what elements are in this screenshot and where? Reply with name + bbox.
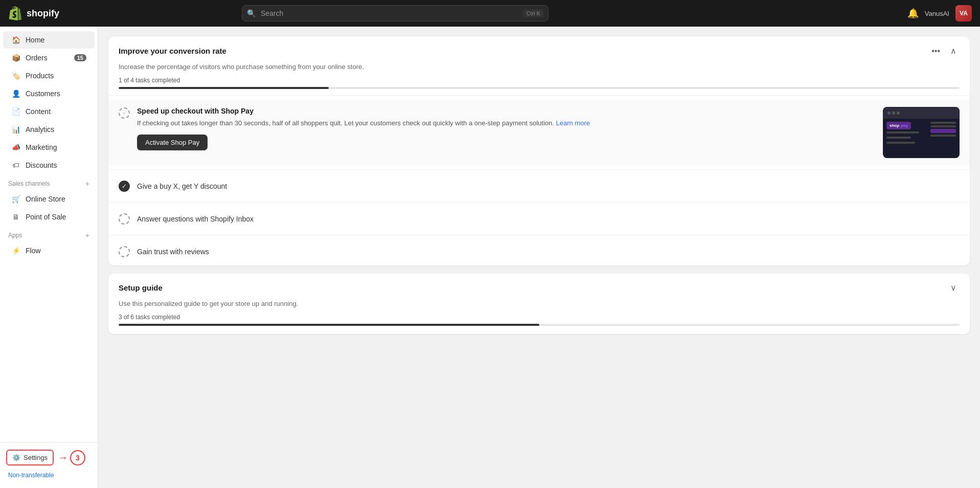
mock-line-2 — [886, 137, 911, 139]
settings-button[interactable]: ⚙️ Settings — [6, 450, 54, 465]
marketing-icon: 📣 — [11, 143, 20, 152]
shoppay-logo-text: shop — [890, 123, 899, 128]
bell-icon[interactable]: 🔔 — [907, 8, 919, 19]
task-shopify-inbox: Answer questions with Shopify Inbox — [108, 207, 970, 231]
shoppay-mock-topbar — [883, 107, 959, 119]
shoppay-illustration: shop pay — [883, 107, 959, 158]
products-icon: 🏷️ — [11, 71, 20, 80]
annotation-arrow: → 3 — [58, 450, 85, 465]
task-shop-pay-content: Speed up checkout with Shop Pay If check… — [137, 107, 876, 150]
activate-shop-pay-button[interactable]: Activate Shop Pay — [137, 135, 208, 150]
card-collapse-button[interactable]: ∧ — [947, 45, 960, 57]
customers-icon: 👤 — [11, 89, 20, 98]
setup-guide-progress-label: 3 of 6 tasks completed — [119, 314, 960, 321]
mock-line-3 — [886, 142, 915, 144]
setup-guide-title: Setup guide — [119, 283, 943, 292]
setup-guide-collapse-button[interactable]: ∨ — [947, 282, 960, 294]
task-buy-x-label: Give a buy X, get Y discount — [137, 182, 227, 190]
sidebar-item-label: Products — [26, 72, 54, 80]
conversion-progress: 1 of 4 tasks completed — [108, 77, 970, 91]
apps-section-label: Apps — [8, 232, 22, 239]
shoppay-left: shop pay — [886, 122, 927, 154]
sidebar-nav: 🏠 Home 📦 Orders 15 🏷️ Products 👤 Custome… — [0, 27, 98, 442]
sidebar-item-analytics[interactable]: 📊 Analytics — [3, 121, 95, 138]
sidebar-item-label: Content — [26, 107, 51, 116]
discounts-icon: 🏷 — [11, 161, 20, 170]
sidebar-item-orders[interactable]: 📦 Orders 15 — [3, 49, 95, 66]
sidebar-item-discounts[interactable]: 🏷 Discounts — [3, 157, 95, 174]
task-shop-pay-description: If checking out takes longer than 30 sec… — [137, 118, 876, 128]
dot-2 — [892, 112, 895, 115]
sidebar-item-label: Marketing — [26, 143, 57, 151]
search-shortcut: Ctrl K — [523, 9, 543, 17]
sidebar-item-flow[interactable]: ⚡ Flow — [3, 242, 95, 259]
home-icon: 🏠 — [11, 35, 20, 45]
conversion-progress-label: 1 of 4 tasks completed — [119, 77, 960, 84]
conversion-progress-track — [119, 87, 960, 89]
username: VanusAI — [925, 10, 949, 17]
topbar: shopify 🔍 Ctrl K 🔔 VanusAI VA — [0, 0, 980, 27]
sidebar-item-label: Orders — [26, 54, 48, 62]
circle-badge-3: 3 — [70, 450, 85, 465]
learn-more-link[interactable]: Learn more — [556, 119, 589, 127]
sidebar: 🏠 Home 📦 Orders 15 🏷️ Products 👤 Custome… — [0, 27, 98, 488]
conversion-card-header: Improve your conversion rate ••• ∧ — [108, 37, 970, 63]
online-store-icon: 🛒 — [11, 194, 20, 204]
setup-guide-progress-track — [119, 324, 960, 326]
sidebar-item-point-of-sale[interactable]: 🖥 Point of Sale — [3, 208, 95, 226]
settings-btn-area: ⚙️ Settings → 3 — [0, 447, 98, 469]
task-trust-label: Gain trust with reviews — [137, 248, 209, 256]
main-content: Improve your conversion rate ••• ∧ Incre… — [98, 27, 980, 488]
task-check-buy-x: ✓ — [119, 181, 130, 192]
layout: 🏠 Home 📦 Orders 15 🏷️ Products 👤 Custome… — [0, 27, 980, 488]
settings-gear-icon: ⚙️ — [12, 454, 20, 461]
sidebar-footer: ⚙️ Settings → 3 Non-transferable — [0, 442, 98, 488]
shoppay-logo: shop pay — [886, 122, 911, 129]
sales-channels-label: Sales channels — [8, 180, 50, 187]
task-pending-indicator: ○ — [123, 110, 125, 116]
sidebar-item-home[interactable]: 🏠 Home — [3, 31, 95, 49]
orders-badge: 15 — [74, 54, 86, 61]
task-check-shop-pay: ○ — [119, 107, 130, 119]
search-input[interactable] — [242, 5, 549, 21]
setup-guide-subtitle: Use this personalized guide to get your … — [108, 300, 970, 314]
conversion-card-title: Improve your conversion rate — [119, 47, 924, 55]
logo-text: shopify — [27, 8, 59, 19]
arrow-right-icon: → — [58, 452, 68, 463]
non-transferable-label[interactable]: Non-transferable — [0, 469, 98, 484]
setup-guide-card: Setup guide ∨ Use this personalized guid… — [108, 274, 970, 334]
card-actions: ••• ∧ — [928, 45, 960, 57]
sidebar-item-label: Flow — [26, 247, 41, 255]
apps-expand-icon: + — [85, 231, 89, 239]
pos-icon: 🖥 — [11, 212, 20, 221]
search-icon: 🔍 — [247, 9, 256, 17]
card-divider-3 — [108, 202, 970, 203]
sidebar-item-label: Online Store — [26, 195, 65, 203]
sidebar-item-products[interactable]: 🏷️ Products — [3, 67, 95, 84]
dot-1 — [887, 112, 891, 115]
sidebar-item-content[interactable]: 📄 Content — [3, 103, 95, 120]
shop-pay-illustration: shop pay — [883, 107, 960, 158]
settings-label: Settings — [24, 454, 48, 461]
shoppay-right — [930, 122, 956, 154]
sidebar-item-label: Point of Sale — [26, 213, 66, 221]
card-divider-1 — [108, 95, 970, 96]
sidebar-item-label: Analytics — [26, 125, 54, 134]
task-check-trust — [119, 246, 130, 257]
shoppay-dots — [887, 112, 900, 115]
mock-line-1 — [886, 131, 919, 134]
dot-3 — [897, 112, 900, 115]
avatar[interactable]: VA — [955, 5, 972, 21]
task-check-inbox — [119, 213, 130, 225]
shoppay-purple-bar — [930, 129, 956, 133]
task-shop-pay: ○ Speed up checkout with Shop Pay If che… — [108, 100, 970, 165]
sidebar-item-label: Customers — [26, 90, 60, 98]
task-buy-x-get-y: ✓ Give a buy X, get Y discount — [108, 174, 970, 198]
sidebar-item-customers[interactable]: 👤 Customers — [3, 85, 95, 102]
card-menu-button[interactable]: ••• — [928, 46, 943, 57]
content-icon: 📄 — [11, 107, 20, 116]
setup-guide-progress: 3 of 6 tasks completed — [108, 314, 970, 334]
sidebar-item-online-store[interactable]: 🛒 Online Store — [3, 190, 95, 208]
sidebar-item-label: Home — [26, 36, 44, 44]
sidebar-item-marketing[interactable]: 📣 Marketing — [3, 139, 95, 156]
